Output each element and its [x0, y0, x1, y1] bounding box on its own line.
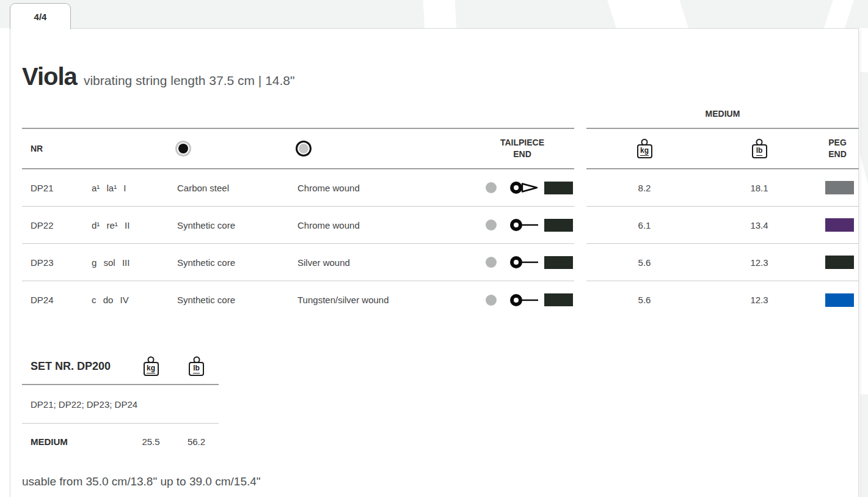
winding-cell: Tungsten/silver wound: [297, 295, 470, 305]
tension-header-row: kg lb PEG END: [586, 129, 859, 169]
note-pitch: a¹: [92, 183, 100, 193]
tailpiece-ball-icon: [486, 219, 497, 230]
tailpiece-end-column-header: TAILPIECE END: [470, 137, 574, 160]
page-title: Viola: [22, 63, 77, 90]
note-solfege: re¹: [107, 220, 118, 230]
note-solfege: do: [103, 295, 114, 305]
nr-cell: DP24: [22, 295, 92, 305]
peg-end-cell: [816, 181, 859, 194]
winding-cell: Silver wound: [297, 257, 470, 268]
lb-column-header: lb: [702, 139, 816, 158]
tailpiece-end-cell: [470, 293, 574, 307]
page-title-row: Viola vibrating string length 37.5 cm | …: [22, 63, 294, 90]
peg-silk-swatch: [825, 256, 854, 269]
kg-label: kg: [640, 147, 649, 156]
ball-end-icon: [509, 255, 540, 270]
note-position: II: [125, 220, 129, 230]
core-cell: Synthetic core: [177, 257, 297, 268]
table-row-dp21: DP21 a¹ la¹ I Carbon steel Chrome wound: [22, 169, 574, 207]
lb-value: 12.3: [702, 295, 816, 305]
note-position: I: [123, 183, 126, 193]
note-position: III: [122, 257, 130, 268]
peg-end-column-header: PEG END: [816, 137, 859, 160]
note-position: IV: [120, 295, 129, 305]
usable-range-note: usable from 35.0 cm/13.8" up to 39.0 cm/…: [22, 475, 261, 488]
kg-value: 5.6: [586, 257, 702, 268]
peg-end-cell: [816, 293, 859, 307]
peg-header-line2: END: [828, 149, 847, 160]
set-kg-column-header: kg: [128, 356, 174, 376]
peg-silk-swatch: [825, 218, 854, 232]
tailpiece-end-cell: [470, 180, 574, 195]
nr-cell: DP21: [22, 183, 92, 193]
tailpiece-end-cell: [470, 218, 574, 232]
tab-size-4-4[interactable]: 4/4: [10, 3, 71, 29]
ball-end-icon: [509, 293, 540, 307]
tailpiece-silk-swatch: [544, 293, 573, 306]
core-cell: Synthetic core: [177, 295, 297, 305]
lb-weight-icon: lb: [189, 362, 204, 376]
tailpiece-header-line1: TAILPIECE: [500, 137, 544, 149]
lb-value: 18.1: [702, 183, 816, 193]
lb-value: 13.4: [702, 220, 816, 230]
set-kg-value: 25.5: [128, 436, 174, 447]
tailpiece-ball-icon: [486, 182, 497, 193]
tailpiece-silk-swatch: [544, 219, 573, 232]
note-pitch: g: [92, 257, 97, 268]
core-cell: Carbon steel: [177, 183, 297, 193]
watermark-shape: [423, 0, 456, 28]
table-row-dp22: DP22 d¹ re¹ II Synthetic core Chrome wou…: [22, 207, 574, 244]
peg-silk-swatch: [825, 181, 854, 194]
page-subtitle: vibrating string length 37.5 cm | 14.8": [84, 73, 295, 88]
set-lb-column-header: lb: [174, 356, 219, 376]
note-pitch: d¹: [92, 220, 100, 230]
ball-loop-end-icon: [509, 180, 540, 195]
kg-value: 5.6: [586, 295, 702, 305]
tension-table: kg lb PEG END 8.2 18.1 6.1 13.4: [586, 128, 859, 318]
nr-column-header: NR: [22, 144, 92, 153]
set-gauge-row: MEDIUM 25.5 56.2: [22, 424, 219, 459]
note-cell: c do IV: [92, 295, 177, 305]
core-column-header: [177, 144, 297, 153]
tailpiece-header-line2: END: [513, 149, 531, 160]
kg-weight-icon: kg: [144, 362, 159, 376]
note-cell: a¹ la¹ I: [92, 183, 177, 193]
set-lb-value: 56.2: [174, 436, 219, 447]
nr-cell: DP22: [22, 220, 92, 230]
background-watermark-right: [860, 72, 868, 185]
winding-cell: Chrome wound: [297, 220, 470, 230]
tension-row-dp21: 8.2 18.1: [586, 169, 859, 207]
kg-label: kg: [147, 364, 155, 374]
tension-row-dp23: 5.6 12.3: [586, 244, 859, 281]
table-header-row: NR TAILPIECE END: [22, 129, 574, 169]
note-pitch: c: [92, 295, 97, 305]
string-spec-table: NR TAILPIECE END DP21 a¹ la¹ I Carbon st…: [22, 128, 574, 318]
watermark-shape: [606, 0, 690, 28]
note-solfege: sol: [104, 257, 115, 268]
tailpiece-silk-swatch: [544, 256, 573, 269]
tailpiece-silk-swatch: [544, 182, 573, 194]
lb-value: 12.3: [702, 257, 816, 268]
set-gauge-label: MEDIUM: [22, 436, 128, 447]
set-title: SET NR. DP200: [22, 360, 128, 373]
tailpiece-ball-icon: [486, 295, 497, 306]
tension-row-dp24: 5.6 12.3: [586, 281, 859, 318]
set-contents-row: DP21; DP22; DP23; DP24: [22, 385, 219, 424]
peg-header-line1: PEG: [828, 137, 847, 149]
table-row-dp24: DP24 c do IV Synthetic core Tungsten/sil…: [22, 281, 574, 318]
kg-weight-icon: kg: [637, 144, 652, 158]
winding-column-header: [297, 144, 470, 153]
string-winding-icon: [299, 144, 308, 153]
spec-card: Viola vibrating string length 37.5 cm | …: [10, 28, 859, 497]
note-solfege: la¹: [107, 183, 117, 193]
set-header-row: SET NR. DP200 kg lb: [22, 348, 219, 385]
background-watermark-right: [860, 394, 868, 497]
tailpiece-ball-icon: [486, 257, 497, 268]
lb-label: lb: [193, 364, 200, 374]
note-cell: d¹ re¹ II: [92, 220, 177, 230]
tab-label: 4/4: [34, 12, 47, 22]
lb-weight-icon: lb: [752, 144, 767, 158]
core-cell: Synthetic core: [177, 220, 297, 230]
peg-end-cell: [816, 218, 859, 232]
kg-value: 8.2: [586, 183, 702, 193]
